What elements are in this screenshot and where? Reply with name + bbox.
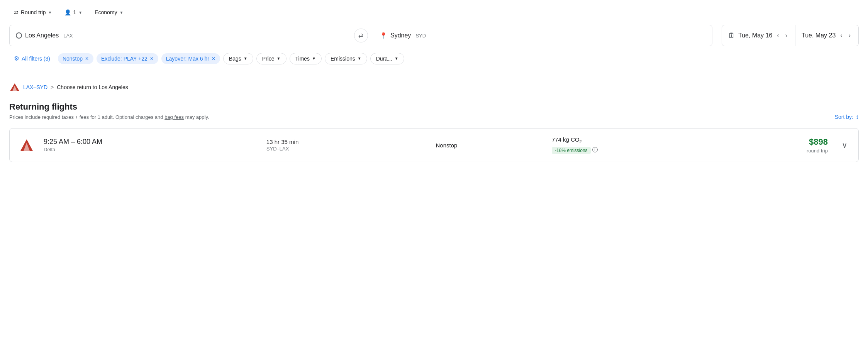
emissions-amount: 774 kg CO2 <box>552 136 712 144</box>
times-filter-label: Times <box>295 56 310 62</box>
trip-type-label: Round trip <box>21 9 46 15</box>
passengers-button[interactable]: 👤 1 ▼ <box>60 6 87 19</box>
filter-sliders-icon: ⚙ <box>14 55 19 62</box>
breadcrumb-current-page: Choose return to Los Angeles <box>57 84 128 90</box>
depart-date-field[interactable]: 🗓 Tue, May 16 ‹ › <box>722 25 795 46</box>
depart-next-button[interactable]: › <box>784 30 789 41</box>
price-filter-button[interactable]: Price ▼ <box>256 53 287 64</box>
layover-chip-label: Layover: Max 6 hr <box>166 56 209 62</box>
passenger-icon: 👤 <box>64 9 71 15</box>
section-divider <box>0 74 868 74</box>
all-filters-button[interactable]: ⚙ All filters (3) <box>9 52 55 64</box>
bags-filter-label: Bags <box>229 56 241 62</box>
passengers-label: 1 <box>73 9 76 15</box>
return-date-field[interactable]: Tue, May 23 ‹ › <box>795 25 858 46</box>
times-filter-button[interactable]: Times ▼ <box>290 53 322 64</box>
passengers-chevron: ▼ <box>78 10 82 15</box>
breadcrumb-arrow: > <box>51 84 54 90</box>
subtitle-text-container: Prices include required taxes + fees for… <box>9 114 209 120</box>
nonstop-chip-close[interactable]: ✕ <box>85 56 89 61</box>
swap-icon: ⇄ <box>358 32 363 39</box>
origin-city: Los Angeles <box>25 32 59 39</box>
subtitle-text: Prices include required taxes + fees for… <box>9 114 164 120</box>
price-amount: $898 <box>721 137 828 147</box>
duration-text: 13 hr 35 min <box>266 139 427 145</box>
destination-field[interactable]: 📍 Sydney SYD <box>361 25 712 46</box>
origin-code: LAX <box>63 33 73 39</box>
duration-filter-label: Dura... <box>376 56 392 62</box>
flight-card-0[interactable]: 9:25 AM – 6:00 AM Delta 13 hr 35 min SYD… <box>9 128 859 162</box>
trip-type-icon: ⇄ <box>14 9 19 15</box>
times-filter-chevron: ▼ <box>312 56 316 61</box>
chevron-down-icon: ∨ <box>842 141 848 149</box>
flight-time-range: 9:25 AM – 6:00 AM <box>44 138 257 146</box>
sort-icon: ↕ <box>856 113 859 120</box>
cabin-label: Economy <box>95 9 117 15</box>
origin-field[interactable]: Los Angeles LAX <box>10 25 361 46</box>
bag-fees-link[interactable]: bag fees <box>164 114 184 120</box>
return-prev-button[interactable]: ‹ <box>839 30 844 41</box>
flight-duration-section: 13 hr 35 min SYD–LAX <box>266 139 427 152</box>
toolbar: ⇄ Round trip ▼ 👤 1 ▼ Economy ▼ <box>9 6 859 19</box>
emissions-info-icon[interactable]: i <box>592 147 598 152</box>
flight-price-section: $898 round trip <box>721 137 828 154</box>
filter-chip-layover[interactable]: Layover: Max 6 hr ✕ <box>161 53 220 64</box>
emissions-filter-label: Emissions <box>331 56 355 62</box>
nonstop-chip-label: Nonstop <box>63 56 83 62</box>
destination-city: Sydney <box>390 32 411 39</box>
search-container: Los Angeles LAX ⇄ 📍 Sydney SYD 🗓 Tue, Ma… <box>9 25 859 46</box>
sort-by-button[interactable]: Sort by: ↕ <box>835 113 859 120</box>
trip-type-button[interactable]: ⇄ Round trip ▼ <box>9 6 57 19</box>
flight-times: 9:25 AM – 6:00 AM Delta <box>44 138 257 152</box>
calendar-icon: 🗓 <box>728 32 735 40</box>
section-subtitle: Prices include required taxes + fees for… <box>9 113 859 120</box>
emissions-badge-row: -16% emissions i <box>552 145 712 154</box>
cabin-chevron: ▼ <box>120 10 124 15</box>
all-filters-label: All filters (3) <box>22 56 50 62</box>
emissions-filter-button[interactable]: Emissions ▼ <box>325 53 367 64</box>
breadcrumb-route-link[interactable]: LAX–SYD <box>23 84 47 90</box>
destination-pin-icon: 📍 <box>380 32 387 39</box>
date-section: 🗓 Tue, May 16 ‹ › Tue, May 23 ‹ › <box>722 25 859 46</box>
section-title: Returning flights <box>9 102 859 112</box>
depart-date: Tue, May 16 <box>738 32 772 39</box>
emissions-badge: -16% emissions <box>552 147 591 154</box>
exclude-play-chip-close[interactable]: ✕ <box>150 56 154 61</box>
price-label: round trip <box>721 148 828 154</box>
subtitle-end: may apply. <box>185 114 209 120</box>
origin-dest-wrapper: Los Angeles LAX ⇄ 📍 Sydney SYD <box>9 25 712 46</box>
filter-chip-exclude-play[interactable]: Exclude: PLAY +22 ✕ <box>97 53 158 64</box>
layover-chip-close[interactable]: ✕ <box>212 56 215 61</box>
emissions-filter-chevron: ▼ <box>358 56 361 61</box>
duration-filter-chevron: ▼ <box>395 56 398 61</box>
exclude-play-chip-label: Exclude: PLAY +22 <box>101 56 147 62</box>
expand-button[interactable]: ∨ <box>840 139 849 151</box>
flight-emissions: 774 kg CO2 -16% emissions i <box>552 136 712 154</box>
trip-type-chevron: ▼ <box>48 10 52 15</box>
bags-filter-button[interactable]: Bags ▼ <box>223 53 253 64</box>
cabin-button[interactable]: Economy ▼ <box>90 6 128 19</box>
flight-airline: Delta <box>44 147 257 152</box>
origin-circle-icon <box>16 32 22 39</box>
route-text: SYD–LAX <box>266 146 427 152</box>
price-filter-chevron: ▼ <box>277 56 281 61</box>
destination-code: SYD <box>415 33 426 39</box>
bags-filter-chevron: ▼ <box>244 56 248 61</box>
filter-chip-nonstop[interactable]: Nonstop ✕ <box>58 53 93 64</box>
delta-logo <box>9 82 20 93</box>
filters-row: ⚙ All filters (3) Nonstop ✕ Exclude: PLA… <box>9 52 859 64</box>
depart-prev-button[interactable]: ‹ <box>775 30 780 41</box>
duration-filter-button[interactable]: Dura... ▼ <box>370 53 404 64</box>
flight-stops: Nonstop <box>436 142 542 149</box>
sort-by-label: Sort by: <box>835 114 853 120</box>
return-date: Tue, May 23 <box>802 32 836 39</box>
return-next-button[interactable]: › <box>847 30 852 41</box>
swap-button[interactable]: ⇄ <box>354 29 368 42</box>
price-filter-label: Price <box>262 56 275 62</box>
airline-logo-delta <box>19 137 34 153</box>
breadcrumb: LAX–SYD > Choose return to Los Angeles <box>9 82 859 93</box>
